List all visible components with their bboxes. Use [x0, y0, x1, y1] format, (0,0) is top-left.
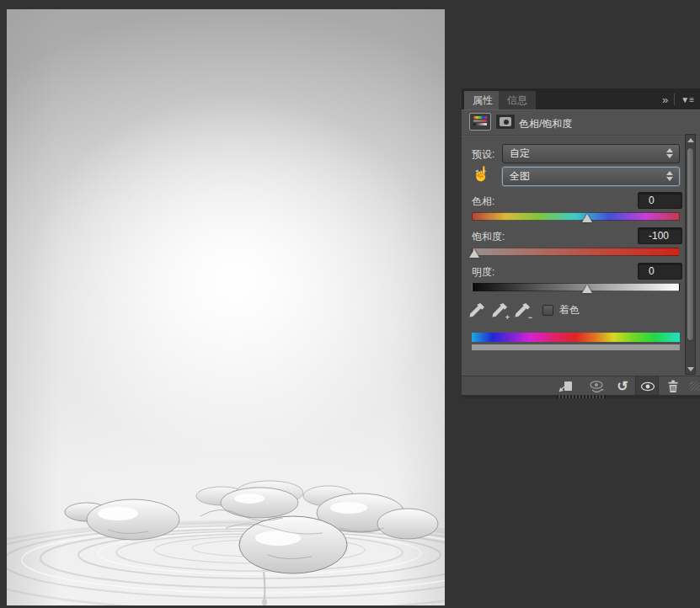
targeted-adjustment-tool-icon[interactable]: ◂▸☝ [470, 164, 492, 186]
toggle-visibility-button[interactable] [635, 376, 659, 396]
hue-value-box[interactable]: 0 [638, 192, 682, 209]
layer-mask-icon[interactable] [495, 114, 516, 130]
divider [674, 93, 675, 105]
reset-icon[interactable]: ↺ [613, 378, 632, 394]
colorize-checkbox[interactable] [542, 305, 553, 316]
hue-saturation-panel-body: 色相/饱和度 预设: 自定 ◂▸☝ 全图 色相: 0 饱和度: -100 [462, 109, 700, 397]
hue-slider-track[interactable] [472, 212, 680, 221]
dropdown-arrows-icon [666, 171, 673, 181]
panel-toolbar: ↺ [462, 376, 700, 395]
panel-resize-grip[interactable] [690, 381, 699, 391]
channel-value: 全图 [510, 170, 530, 182]
saturation-slider-track[interactable] [472, 248, 680, 256]
document-canvas[interactable] [7, 9, 445, 605]
lightness-label: 明度: [472, 265, 494, 280]
tab-info[interactable]: 信息 [499, 91, 536, 109]
adjusted-spectrum-bar [472, 344, 680, 350]
hue-saturation-adjustment-icon [469, 113, 491, 131]
panel-bottom-edge [462, 395, 700, 398]
tab-properties[interactable]: 属性 [464, 91, 501, 109]
hue-slider-thumb[interactable] [582, 214, 592, 222]
lightness-slider-thumb[interactable] [582, 285, 592, 293]
scroll-down-icon[interactable] [686, 364, 695, 374]
delete-icon[interactable] [664, 378, 682, 394]
divider [462, 135, 700, 136]
eyedropper-add-icon[interactable]: + [489, 301, 510, 321]
eyedropper-subtract-icon[interactable]: − [512, 301, 532, 321]
eyedropper-icon[interactable] [467, 301, 487, 321]
clip-to-layer-icon[interactable] [556, 378, 574, 394]
dropdown-arrows-icon [666, 148, 673, 158]
scroll-up-icon[interactable] [686, 135, 695, 145]
panel-tab-bar: 属性 信息 » ▼≡ [462, 88, 700, 109]
saturation-value-box[interactable]: -100 [638, 227, 682, 244]
scrollbar-thumb[interactable] [687, 147, 694, 341]
hue-spectrum-bar [472, 333, 680, 342]
panel-scrollbar[interactable] [685, 134, 696, 375]
saturation-label: 饱和度: [472, 230, 505, 244]
panel-title: 色相/饱和度 [519, 117, 572, 131]
preset-label: 预设: [472, 147, 494, 162]
properties-panel: 属性 信息 » ▼≡ 色相/饱和度 预设: 自定 ◂▸☝ 全图 [462, 88, 700, 397]
panel-menu-icon[interactable]: ▼≡ [677, 95, 697, 104]
hue-label: 色相: [472, 195, 494, 209]
panel-drag-handle[interactable] [557, 395, 606, 398]
lightness-value-box[interactable]: 0 [638, 263, 682, 280]
water-splash-image [7, 9, 445, 605]
collapse-panels-icon[interactable]: » [657, 93, 671, 106]
view-previous-state-icon[interactable] [588, 378, 606, 394]
lightness-slider-track[interactable] [472, 283, 680, 291]
preset-value: 自定 [510, 147, 530, 159]
preset-dropdown[interactable]: 自定 [502, 144, 680, 163]
saturation-slider-thumb[interactable] [469, 249, 479, 258]
channel-dropdown[interactable]: 全图 [502, 167, 680, 186]
colorize-label: 着色 [559, 303, 580, 317]
